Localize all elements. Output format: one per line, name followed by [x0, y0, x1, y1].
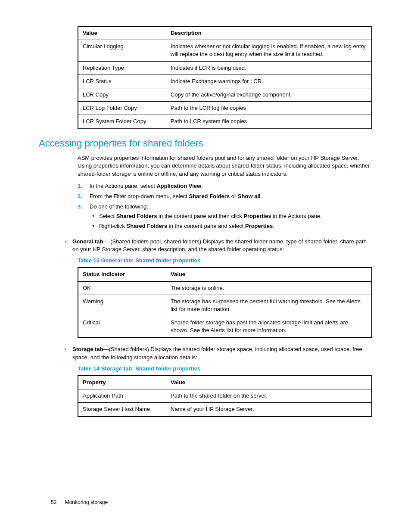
table-cell: Application Path [78, 389, 166, 403]
storage-tab-item: • Storage tab—(Shared folders) Displays … [65, 345, 372, 361]
table-cell: Circular Logging [78, 40, 166, 61]
storage-tab-text: Storage tab—(Shared folders) Displays th… [72, 345, 372, 361]
table-cell: Indicates if LCR is being used. [166, 61, 372, 75]
table13-caption: Table 13 General tab: Shared folder prop… [78, 257, 372, 264]
table-cell: Name of your HP Storage Server. [166, 403, 372, 417]
table-cell: Indicates whether or not circular loggin… [166, 40, 372, 61]
th-description: Description [166, 26, 372, 40]
table-cell: Path to LCR system file copies [166, 115, 372, 129]
table-cell: Path to the LCR log file copies [166, 102, 372, 115]
general-tab-item: • General tab— (Shared folders pool, sha… [65, 238, 372, 253]
table13: Status indicator Value OKThe storage is … [78, 267, 372, 338]
step-number: 2. [78, 193, 90, 200]
table-cell: Shared folder storage has past the alloc… [166, 316, 372, 338]
table-cell: LCR Status [78, 75, 166, 88]
tab-list-2: • Storage tab—(Shared folders) Displays … [65, 345, 372, 361]
table-cell: OK [78, 281, 166, 295]
th: Value [166, 376, 372, 389]
tab-list: • General tab— (Shared folders pool, sha… [65, 238, 372, 253]
table-cell: Path to the shared folder on the server. [166, 389, 372, 403]
page-footer: 52 Monitoring storage [51, 499, 108, 506]
footer-title: Monitoring storage [65, 499, 108, 505]
step-3: 3. Do one of the following: Select Share… [78, 203, 372, 233]
general-tab-text: General tab— (Shared folders pool, share… [72, 238, 372, 253]
step-number: 1. [78, 182, 90, 190]
step-text: From the Filter drop-down menu, select S… [90, 193, 262, 200]
table-cell: The storage is online. [166, 281, 372, 295]
value-description-table: Value Description Circular LoggingIndica… [78, 26, 372, 129]
sub-bullet: Right-click Shared Folders in the conten… [99, 222, 322, 230]
table-cell: LCR Log Folder Copy [78, 102, 166, 115]
sub-bullet: Select Shared Folders in the content pan… [99, 212, 322, 220]
table14-caption: Table 14 Storage tab: Shared folder prop… [78, 365, 372, 373]
table14: Property Value Application PathPath to t… [78, 375, 372, 417]
th: Status indicator [78, 268, 166, 281]
table-cell: Replication Type [78, 61, 166, 75]
bullet-icon: • [65, 238, 72, 253]
steps-list: 1. In the Actions pane, select Applicati… [78, 182, 372, 233]
step-text: In the Actions pane, select Application … [90, 182, 203, 190]
table-cell: Storage Server Host Name [78, 403, 166, 417]
table-cell: LCR System Folder Copy [78, 115, 166, 129]
th: Property [78, 376, 166, 389]
step-2: 2. From the Filter drop-down menu, selec… [78, 193, 372, 200]
table-cell: Critical [78, 316, 166, 338]
table-cell: LCR Copy [78, 88, 166, 101]
table-cell: Copy of the active/original exchange com… [166, 88, 372, 101]
page-number: 52 [51, 499, 56, 505]
step-number: 3. [78, 203, 90, 233]
sub-bullets: Select Shared Folders in the content pan… [90, 212, 322, 230]
table-cell: Indicate Exchange warnings for LCR. [166, 75, 372, 88]
table-cell: The storage has surpassed the percent fu… [166, 295, 372, 316]
th-value: Value [78, 26, 166, 40]
table-cell: Warning [78, 295, 166, 316]
step-1: 1. In the Actions pane, select Applicati… [78, 182, 372, 190]
step-text: Do one of the following: Select Shared F… [90, 203, 322, 233]
section-heading: Accessing properties for shared folders [39, 137, 372, 150]
th: Value [166, 268, 372, 281]
bullet-icon: • [65, 345, 72, 361]
intro-paragraph: ASM provides properties information for … [78, 154, 372, 178]
